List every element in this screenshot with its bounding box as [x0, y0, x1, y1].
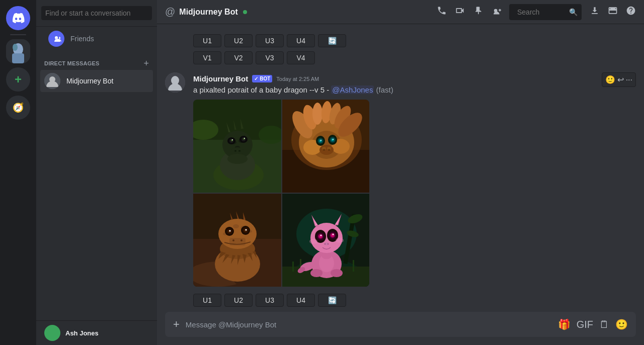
svg-point-129 — [328, 243, 329, 244]
chat-channel-name: Midjourney Bot — [179, 8, 237, 17]
friends-icon — [48, 31, 64, 47]
svg-point-87 — [229, 230, 231, 231]
refresh-button[interactable]: 🔄 — [318, 294, 346, 307]
svg-point-24 — [232, 139, 233, 140]
video-button[interactable] — [455, 6, 465, 18]
gif-button[interactable]: GIF — [577, 319, 593, 330]
dm-channel-icon: @ — [165, 6, 175, 18]
svg-point-90 — [232, 239, 234, 241]
emoji-button[interactable]: 🙂 — [615, 318, 628, 330]
svg-point-91 — [240, 239, 243, 241]
search-input[interactable] — [513, 6, 566, 18]
bot-check-icon: ✓ — [254, 76, 258, 81]
sticker-button[interactable]: 🗒 — [599, 319, 609, 330]
add-server-button[interactable]: + — [6, 67, 30, 92]
attach-button[interactable]: + — [173, 312, 180, 337]
message-input-area: + 🎁 GIF 🗒 🙂 — [157, 312, 644, 345]
svg-point-39 — [312, 103, 323, 125]
svg-point-107 — [331, 269, 343, 277]
svg-point-2 — [13, 44, 18, 51]
old-v4-button[interactable]: V4 — [287, 51, 315, 64]
svg-point-57 — [319, 145, 334, 155]
friends-nav-item[interactable]: Friends — [40, 27, 153, 51]
svg-point-125 — [320, 234, 322, 236]
old-v2-button[interactable]: V2 — [224, 51, 253, 64]
bot-badge: ✓ BOT — [252, 75, 272, 82]
dm-search-box[interactable] — [36, 0, 157, 27]
u1-button[interactable]: U1 — [193, 294, 221, 307]
u2-button[interactable]: U2 — [224, 294, 253, 307]
old-u2-button[interactable]: U2 — [224, 34, 253, 47]
react-button[interactable]: 🙂 — [605, 75, 615, 84]
u3-button[interactable]: U3 — [256, 294, 284, 307]
message-timestamp: Today at 2:25 AM — [276, 76, 319, 82]
add-dm-button[interactable]: + — [143, 59, 149, 68]
old-v1-button[interactable]: V1 — [193, 51, 221, 64]
message-author: Midjourney Bot — [193, 74, 248, 83]
message-input-field[interactable] — [186, 314, 552, 335]
more-button[interactable]: ··· — [626, 75, 632, 84]
old-u3-button[interactable]: U3 — [256, 34, 284, 47]
dm-section-header: DIRECT MESSAGES + — [36, 51, 157, 70]
svg-point-77 — [233, 224, 239, 228]
explore-button[interactable]: 🧭 — [6, 96, 30, 120]
svg-rect-102 — [292, 262, 294, 272]
messages-area: U1 U2 U3 U4 🔄 V1 V2 V3 V4 — [157, 24, 644, 312]
old-v3-button[interactable]: V3 — [256, 51, 284, 64]
reply-button[interactable]: ↩ — [617, 75, 624, 84]
search-bar[interactable]: 🔍 — [509, 4, 582, 20]
image-cell-4[interactable] — [282, 194, 369, 287]
image-cell-2[interactable] — [282, 100, 369, 193]
message-header: Midjourney Bot ✓ BOT Today at 2:25 AM — [193, 74, 636, 83]
old-variation-buttons: V1 V2 V3 V4 — [157, 49, 644, 66]
image-cell-3[interactable] — [193, 194, 281, 287]
svg-point-60 — [323, 149, 325, 150]
pin-button[interactable] — [473, 6, 483, 18]
svg-point-28 — [238, 150, 240, 151]
dm-user-midjourney[interactable]: Midjourney Bot — [40, 70, 153, 92]
download-button[interactable] — [590, 6, 600, 18]
old-u1-button[interactable]: U1 — [193, 34, 221, 47]
search-icon: 🔍 — [569, 8, 578, 16]
add-member-button[interactable] — [491, 6, 501, 18]
dm-section-label: DIRECT MESSAGES — [44, 60, 100, 66]
old-u4-button[interactable]: U4 — [287, 34, 315, 47]
svg-point-131 — [336, 238, 344, 243]
svg-point-32 — [227, 154, 248, 164]
message-mention[interactable]: @AshJones — [331, 85, 374, 94]
inbox-button[interactable] — [608, 6, 618, 18]
dm-sidebar: Friends DIRECT MESSAGES + Midjourney Bot… — [36, 0, 157, 345]
discord-home-button[interactable] — [6, 6, 30, 30]
svg-point-106 — [310, 269, 323, 277]
u4-button[interactable]: U4 — [287, 294, 315, 307]
svg-point-126 — [333, 233, 334, 235]
image-cell-1[interactable] — [193, 100, 281, 193]
message-text: a pixalted potrait of a baby dragon --v … — [193, 85, 636, 96]
server-icon-1[interactable] — [6, 39, 30, 63]
bot-avatar — [165, 72, 185, 93]
message-input-actions: 🎁 GIF 🗒 🙂 — [558, 318, 628, 330]
message-group: Midjourney Bot ✓ BOT Today at 2:25 AM a … — [157, 70, 644, 312]
svg-point-130 — [309, 239, 317, 244]
dm-search-input[interactable] — [41, 6, 152, 20]
message-input-box: + 🎁 GIF 🗒 🙂 — [165, 312, 636, 337]
svg-point-61 — [328, 149, 330, 150]
help-button[interactable] — [626, 6, 636, 18]
bottom-user-name: Ash Jones — [65, 329, 99, 337]
bot-badge-label: BOT — [260, 76, 270, 81]
svg-point-25 — [244, 138, 245, 139]
message-hover-actions: 🙂 ↩ ··· — [602, 72, 636, 87]
chat-header-actions: 🔍 — [437, 4, 636, 20]
old-refresh-button[interactable]: 🔄 — [318, 34, 346, 47]
online-status-indicator — [243, 10, 247, 14]
svg-rect-3 — [12, 53, 24, 63]
svg-rect-104 — [353, 260, 354, 272]
chat-header: @ Midjourney Bot — [157, 0, 644, 24]
message-content: Midjourney Bot ✓ BOT Today at 2:25 AM a … — [193, 74, 636, 310]
call-button[interactable] — [437, 6, 447, 18]
gift-button[interactable]: 🎁 — [558, 318, 571, 330]
svg-point-27 — [234, 150, 236, 151]
bottom-user-avatar — [44, 325, 60, 341]
old-upscale-buttons: U1 U2 U3 U4 🔄 — [157, 32, 644, 49]
svg-point-128 — [325, 243, 326, 244]
